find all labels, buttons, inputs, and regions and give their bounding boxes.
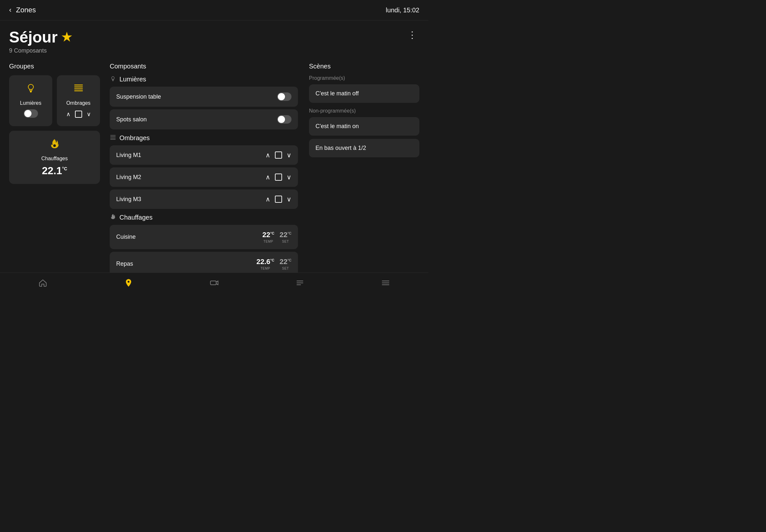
- scenes-title: Scènes: [309, 63, 420, 70]
- group-card-ombrages[interactable]: Ombrages ∧ ∨: [57, 75, 100, 126]
- page-title: Séjour ★: [9, 28, 72, 46]
- lumières-section-header: Lumières: [110, 75, 298, 83]
- composant-repas[interactable]: Repas 22.6°C TEMP 22°C SET: [110, 252, 298, 273]
- living-m1-name: Living M1: [116, 152, 141, 159]
- cuisine-temps: 22°C TEMP 22°C SET: [262, 231, 291, 243]
- ombrages-down-button[interactable]: ∨: [85, 109, 92, 119]
- living-m3-stop[interactable]: [275, 196, 282, 203]
- scene-matin-off[interactable]: C'est le matin off: [309, 84, 420, 103]
- composants-column: Composants Lumières Suspension table: [110, 63, 299, 273]
- lumieres-toggle[interactable]: [24, 109, 38, 118]
- group-card-chauffages[interactable]: Chauffages 22.1°C: [9, 131, 100, 184]
- page-header: Séjour ★ 9 Composants ⋮: [9, 28, 420, 54]
- ombrages-section-title: Ombrages: [119, 134, 150, 142]
- suspension-table-name: Suspension table: [116, 93, 161, 100]
- scenes-programmed-label: Programmée(s): [309, 75, 420, 81]
- ombrages-section-header: Ombrages: [110, 134, 298, 142]
- svg-point-7: [53, 144, 56, 147]
- flame-icon: [49, 138, 60, 152]
- spots-salon-name: Spots salon: [116, 116, 147, 123]
- repas-temps: 22.6°C TEMP 22°C SET: [256, 258, 291, 270]
- ombrages-section-icon: [110, 134, 116, 142]
- living-m2-up[interactable]: ∧: [265, 173, 270, 181]
- menu-icon: [381, 278, 390, 290]
- topbar: ‹ Zones lundi, 15:02: [0, 0, 429, 20]
- chauffages-section-header: Chauffages: [110, 213, 298, 222]
- svg-rect-15: [210, 281, 216, 285]
- back-button[interactable]: ‹: [9, 6, 11, 14]
- scene-bas-ouvert[interactable]: En bas ouvert à 1/2: [309, 139, 420, 157]
- groups-grid: Lumières Ombrages: [9, 75, 100, 184]
- page-subtitle: 9 Composants: [9, 47, 72, 54]
- living-m1-controls: ∧ ∨: [265, 151, 291, 159]
- nav-home[interactable]: [32, 276, 54, 292]
- bottom-nav: [0, 272, 429, 295]
- cuisine-set-val: 22°C: [279, 231, 291, 239]
- living-m1-stop[interactable]: [275, 151, 282, 159]
- living-m3-down[interactable]: ∨: [286, 195, 291, 203]
- chauffages-section-title: Chauffages: [119, 214, 152, 221]
- composant-suspension-table[interactable]: Suspension table: [110, 87, 298, 107]
- composant-living-m2[interactable]: Living M2 ∧ ∨: [110, 167, 298, 187]
- living-m3-up[interactable]: ∧: [265, 195, 270, 203]
- location-icon: [124, 278, 133, 290]
- camera-icon: [210, 278, 219, 290]
- spots-salon-toggle[interactable]: [277, 115, 291, 124]
- living-m1-up[interactable]: ∧: [265, 151, 270, 159]
- svg-point-0: [28, 84, 33, 90]
- composant-living-m1[interactable]: Living M1 ∧ ∨: [110, 145, 298, 165]
- living-m2-controls: ∧ ∨: [265, 173, 291, 181]
- living-m3-controls: ∧ ∨: [265, 195, 291, 203]
- group-chauffages-temp: 22.1°C: [42, 165, 67, 177]
- lumières-section-icon: [110, 75, 116, 83]
- composant-spots-salon[interactable]: Spots salon: [110, 109, 298, 129]
- scenes-column: Scènes Programmée(s) C'est le matin off …: [309, 63, 420, 273]
- favorite-icon[interactable]: ★: [61, 30, 72, 44]
- repas-set-label: SET: [282, 267, 289, 270]
- living-m2-down[interactable]: ∨: [286, 173, 291, 181]
- living-m3-name: Living M3: [116, 196, 141, 203]
- living-m1-down[interactable]: ∨: [286, 151, 291, 159]
- columns: Groupes Lumières: [9, 63, 420, 273]
- nav-location[interactable]: [117, 276, 140, 292]
- living-m2-name: Living M2: [116, 174, 141, 181]
- svg-point-8: [112, 77, 114, 79]
- repas-temp-label: TEMP: [261, 267, 270, 270]
- repas-name: Repas: [116, 260, 133, 267]
- nav-camera[interactable]: [203, 276, 225, 292]
- scenes-non-programmed-label: Non-programmée(s): [309, 108, 420, 114]
- blinds-icon: [73, 82, 84, 97]
- cuisine-temp-val: 22°C: [262, 231, 274, 239]
- group-card-lumieres[interactable]: Lumières: [9, 75, 52, 126]
- topbar-time: lundi, 15:02: [386, 6, 420, 14]
- group-ombrages-label: Ombrages: [66, 100, 91, 106]
- repas-set-val: 22°C: [279, 258, 291, 266]
- group-lumieres-label: Lumières: [20, 100, 42, 106]
- composant-cuisine[interactable]: Cuisine 22°C TEMP 22°C SET: [110, 225, 298, 249]
- cuisine-temp-label: TEMP: [263, 240, 273, 243]
- cuisine-set-label: SET: [282, 240, 289, 243]
- cuisine-name: Cuisine: [116, 234, 136, 240]
- nav-list[interactable]: [289, 276, 311, 292]
- lumières-section-title: Lumières: [119, 76, 146, 83]
- chauffages-section-icon: [110, 213, 116, 222]
- ombrages-stop-button[interactable]: [75, 111, 82, 118]
- ombrages-up-button[interactable]: ∧: [65, 109, 72, 119]
- bulb-icon: [25, 82, 37, 97]
- suspension-table-toggle[interactable]: [277, 92, 291, 101]
- composant-living-m3[interactable]: Living M3 ∧ ∨: [110, 189, 298, 209]
- repas-temp-val: 22.6°C: [256, 258, 274, 266]
- composants-title: Composants: [110, 63, 298, 70]
- main-content: Séjour ★ 9 Composants ⋮ Groupes: [0, 20, 429, 273]
- nav-menu[interactable]: [374, 276, 397, 292]
- list-icon: [295, 278, 304, 290]
- topbar-title: Zones: [16, 6, 36, 14]
- groups-column: Groupes Lumières: [9, 63, 100, 273]
- group-chauffages-label: Chauffages: [41, 156, 68, 162]
- groups-title: Groupes: [9, 63, 100, 70]
- page-title-text: Séjour: [9, 28, 57, 46]
- more-button[interactable]: ⋮: [405, 28, 420, 42]
- living-m2-stop[interactable]: [275, 174, 282, 181]
- scene-matin-on[interactable]: C'est le matin on: [309, 117, 420, 136]
- home-icon: [38, 278, 47, 290]
